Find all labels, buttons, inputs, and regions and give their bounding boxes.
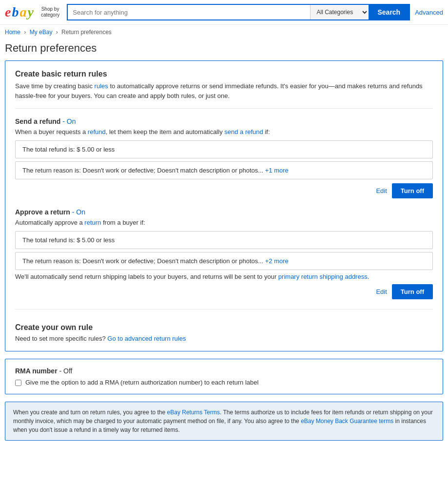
divider-1	[15, 108, 433, 109]
header: e b a y Shop by category All Categories …	[0, 0, 448, 25]
advanced-return-rules-link[interactable]: Go to advanced return rules	[107, 335, 186, 342]
search-input[interactable]	[68, 5, 310, 19]
divider-2	[15, 309, 433, 310]
approve-return-desc: Automatically approve a return from a bu…	[15, 219, 433, 226]
send-refund-edit-link[interactable]: Edit	[376, 187, 387, 194]
logo-a: a	[19, 4, 26, 20]
own-rule-desc: Need to set more specific rules? Go to a…	[15, 335, 433, 342]
send-refund-link[interactable]: send a refund	[224, 128, 263, 136]
own-rule-block: Create your own rule Need to set more sp…	[15, 318, 433, 342]
refund-link[interactable]: refund	[88, 128, 106, 136]
send-refund-condition2: The return reason is: Doesn't work or de…	[15, 161, 433, 179]
rma-checkbox[interactable]	[15, 380, 21, 386]
search-button[interactable]: Search	[369, 5, 409, 19]
send-refund-more-link[interactable]: +1 more	[265, 167, 289, 174]
rma-checkbox-row: Give me the option to add a RMA (return …	[15, 379, 433, 386]
send-refund-block: Send a refund - On When a buyer requests…	[15, 117, 433, 198]
send-refund-status: - On	[60, 117, 76, 125]
logo-e: e	[5, 4, 11, 20]
breadcrumb-my-ebay[interactable]: My eBay	[30, 29, 53, 36]
advanced-link[interactable]: Advanced	[415, 9, 443, 16]
rules-link[interactable]: rules	[95, 82, 108, 90]
breadcrumb-home[interactable]: Home	[5, 29, 20, 36]
basic-return-rules-card: Create basic return rules Save time by c…	[5, 60, 443, 351]
send-refund-actions: Edit Turn off	[15, 183, 433, 198]
approve-return-turn-off-button[interactable]: Turn off	[392, 284, 433, 299]
approve-return-link[interactable]: return	[84, 219, 101, 226]
rma-label: Give me the option to add a RMA (return …	[25, 379, 258, 386]
ebay-returns-terms-link[interactable]: eBay Returns Terms	[167, 409, 220, 416]
approve-return-block: Approve a return - On Automatically appr…	[15, 208, 433, 299]
page-title: Return preferences	[0, 39, 448, 60]
approve-return-edit-link[interactable]: Edit	[376, 288, 387, 295]
own-rule-title: Create your own rule	[15, 323, 433, 332]
money-back-guarantee-link[interactable]: eBay Money Back Guarantee terms	[301, 418, 393, 425]
rma-card: RMA number - Off Give me the option to a…	[5, 359, 443, 394]
basic-rules-desc: Save time by creating basic rules to aut…	[15, 81, 433, 100]
approve-return-note: We'll automatically send return shipping…	[15, 273, 433, 280]
footer-note: When you create and turn on return rules…	[5, 402, 443, 441]
logo-b: b	[12, 4, 19, 20]
rma-title: RMA number - Off	[15, 367, 433, 375]
category-select[interactable]: All Categories	[310, 5, 369, 19]
logo-y: y	[27, 4, 33, 20]
approve-return-actions: Edit Turn off	[15, 284, 433, 299]
approve-return-condition1: The total refund is: $ 5.00 or less	[15, 231, 433, 249]
send-refund-condition1: The total refund is: $ 5.00 or less	[15, 140, 433, 158]
send-refund-turn-off-button[interactable]: Turn off	[392, 183, 433, 198]
search-bar: All Categories Search	[67, 4, 410, 20]
approve-return-condition2: The return reason is: Doesn't work or de…	[15, 252, 433, 270]
approve-return-more-link[interactable]: +2 more	[265, 257, 289, 265]
primary-address-link[interactable]: primary return shipping address	[278, 273, 368, 280]
approve-return-header: Approve a return - On	[15, 208, 433, 216]
ebay-logo[interactable]: e b a y	[5, 4, 34, 20]
rma-status: - Off	[58, 367, 73, 375]
main-content: Create basic return rules Save time by c…	[0, 60, 448, 450]
approve-return-status: - On	[70, 208, 85, 216]
basic-rules-title: Create basic return rules	[15, 70, 433, 78]
shop-by-category[interactable]: Shop by category	[41, 6, 59, 18]
send-refund-desc: When a buyer requests a refund, let them…	[15, 128, 433, 136]
breadcrumb: Home › My eBay › Return preferences	[0, 25, 448, 39]
breadcrumb-current: Return preferences	[61, 29, 112, 36]
send-refund-header: Send a refund - On	[15, 117, 433, 125]
